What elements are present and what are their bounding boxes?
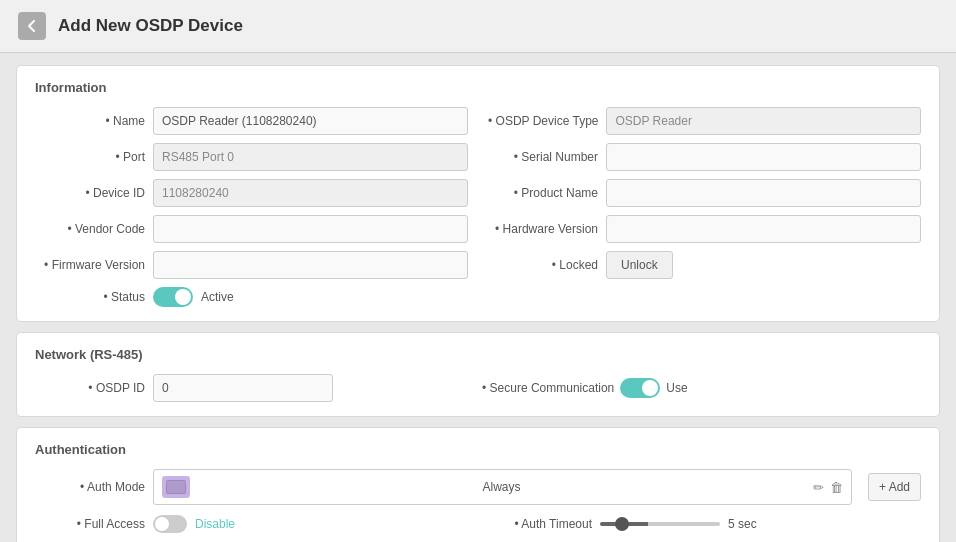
- name-label: Name: [35, 114, 145, 128]
- hardware-version-input[interactable]: [606, 215, 921, 243]
- device-id-input[interactable]: [153, 179, 468, 207]
- serial-number-label: Serial Number: [488, 150, 598, 164]
- page-title: Add New OSDP Device: [58, 16, 243, 36]
- full-access-toggle[interactable]: [153, 515, 187, 533]
- port-label: Port: [35, 150, 145, 164]
- osdp-device-type-input[interactable]: [606, 107, 921, 135]
- name-field-row: Name: [35, 107, 468, 135]
- device-id-field-row: Device ID: [35, 179, 468, 207]
- auth-timeout-label: Auth Timeout: [482, 517, 592, 531]
- name-input[interactable]: [153, 107, 468, 135]
- product-name-field-row: Product Name: [488, 179, 921, 207]
- serial-number-input[interactable]: [606, 143, 921, 171]
- information-section-title: Information: [35, 80, 921, 95]
- auth-mode-label: Auth Mode: [35, 480, 145, 494]
- auth-mode-row: Auth Mode Always ✏ 🗑 + Add: [35, 469, 921, 505]
- osdp-id-field-row: OSDP ID: [35, 374, 474, 402]
- port-input[interactable]: [153, 143, 468, 171]
- full-access-row: Full Access Disable: [35, 515, 474, 533]
- locked-field-row: Locked Unlock: [488, 251, 921, 279]
- serial-number-field-row: Serial Number: [488, 143, 921, 171]
- osdp-device-type-field-row: OSDP Device Type: [488, 107, 921, 135]
- osdp-id-input[interactable]: [153, 374, 333, 402]
- auth-timeout-row: Auth Timeout 5 sec: [482, 517, 921, 531]
- edit-icon[interactable]: ✏: [813, 480, 824, 495]
- secure-comm-toggle[interactable]: [620, 378, 660, 398]
- auth-timeout-slider[interactable]: [600, 522, 720, 526]
- osdp-id-label: OSDP ID: [35, 381, 145, 395]
- secure-comm-use-label: Use: [666, 381, 687, 395]
- back-button[interactable]: [18, 12, 46, 40]
- information-section: Information Name Port Device ID: [16, 65, 940, 322]
- delete-icon[interactable]: 🗑: [830, 480, 843, 495]
- full-access-label: Full Access: [35, 517, 145, 531]
- edit-delete-icons: ✏ 🗑: [813, 480, 843, 495]
- disable-label: Disable: [195, 517, 235, 531]
- add-button[interactable]: + Add: [868, 473, 921, 501]
- header: Add New OSDP Device: [0, 0, 956, 53]
- network-section-title: Network (RS-485): [35, 347, 921, 362]
- firmware-version-field-row: Firmware Version: [35, 251, 468, 279]
- content-area: Information Name Port Device ID: [0, 53, 956, 542]
- full-access-auth-timeout-row: Full Access Disable Auth Timeout 5 sec: [35, 515, 921, 533]
- hardware-version-field-row: Hardware Version: [488, 215, 921, 243]
- firmware-version-label: Firmware Version: [35, 258, 145, 272]
- auth-timeout-value: 5 sec: [728, 517, 757, 531]
- authentication-section-title: Authentication: [35, 442, 921, 457]
- secure-comm-label: Secure Communication: [482, 381, 614, 395]
- status-label: Status: [35, 290, 145, 304]
- product-name-label: Product Name: [488, 186, 598, 200]
- port-field-row: Port: [35, 143, 468, 171]
- secure-communication-row: Secure Communication Use: [482, 374, 921, 402]
- vendor-code-field-row: Vendor Code: [35, 215, 468, 243]
- always-label: Always: [198, 480, 805, 494]
- network-section: Network (RS-485) OSDP ID Secure Communic…: [16, 332, 940, 417]
- locked-label: Locked: [488, 258, 598, 272]
- vendor-code-label: Vendor Code: [35, 222, 145, 236]
- hardware-version-label: Hardware Version: [488, 222, 598, 236]
- device-id-label: Device ID: [35, 186, 145, 200]
- status-toggle[interactable]: [153, 287, 193, 307]
- page-container: Add New OSDP Device Information Name Por…: [0, 0, 956, 542]
- osdp-device-type-label: OSDP Device Type: [488, 114, 598, 128]
- firmware-version-input[interactable]: [153, 251, 468, 279]
- authentication-section: Authentication Auth Mode Always ✏ 🗑 + Ad…: [16, 427, 940, 542]
- status-row: Status Active: [35, 287, 468, 307]
- status-active-label: Active: [201, 290, 234, 304]
- unlock-button[interactable]: Unlock: [606, 251, 673, 279]
- product-name-input[interactable]: [606, 179, 921, 207]
- card-icon: [162, 476, 190, 498]
- auth-mode-container: Always ✏ 🗑: [153, 469, 852, 505]
- vendor-code-input[interactable]: [153, 215, 468, 243]
